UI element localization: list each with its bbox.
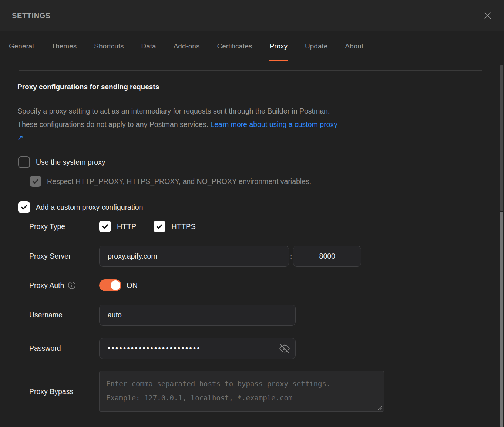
tab-proxy[interactable]: Proxy [269,31,288,61]
section-description: Specify a proxy setting to act as an int… [17,104,343,144]
respect-env-row: Respect HTTP_PROXY, HTTPS_PROXY, and NO_… [30,176,504,187]
use-system-proxy-label: Use the system proxy [36,158,105,167]
password-input[interactable] [99,338,296,359]
proxy-type-row: Proxy Type HTTP HTTPS [29,221,504,232]
tab-themes[interactable]: Themes [51,31,77,61]
checkmark-icon [101,222,109,231]
close-icon [483,11,493,20]
tab-general[interactable]: General [9,31,34,61]
https-label: HTTPS [171,222,196,231]
dialog-title: SETTINGS [12,11,51,20]
username-row: Username [29,305,504,326]
proxy-auth-label: Proxy Auth [29,281,64,290]
respect-env-label: Respect HTTP_PROXY, HTTPS_PROXY, and NO_… [47,177,311,186]
username-input[interactable] [99,305,296,326]
proxy-auth-row: Proxy Auth ON [29,279,504,291]
respect-env-checkbox [30,176,41,187]
checkmark-icon [155,222,164,231]
custom-proxy-checkbox[interactable] [18,201,30,213]
toggle-password-visibility-button[interactable] [279,343,290,354]
section-title: Proxy configurations for sending request… [17,83,504,91]
info-icon[interactable] [68,281,76,289]
proxy-auth-state: ON [127,281,138,290]
scrollbar-thumb-lower[interactable] [500,212,503,427]
proxy-type-http-group: HTTP [99,221,136,232]
external-link-arrow-icon: ↗ [17,134,23,142]
proxy-server-row: Proxy Server : [29,246,504,267]
username-label: Username [29,311,99,319]
use-system-proxy-row: Use the system proxy [18,156,504,168]
tab-data[interactable]: Data [141,31,156,61]
http-label: HTTP [117,222,136,231]
tab-about[interactable]: About [345,31,363,61]
password-row: Password [29,338,504,359]
custom-proxy-label: Add a custom proxy configuration [36,203,143,212]
proxy-bypass-label: Proxy Bypass [29,387,99,396]
tab-certificates[interactable]: Certificates [217,31,252,61]
proxy-auth-toggle[interactable] [99,279,121,291]
http-checkbox[interactable] [99,221,111,232]
proxy-port-input[interactable] [293,246,361,267]
toggle-knob [111,280,120,290]
proxy-type-https-group: HTTPS [154,221,196,232]
proxy-bypass-field-wrap [99,371,384,412]
tab-update[interactable]: Update [305,31,327,61]
eye-off-icon [279,343,290,354]
host-port-separator: : [290,252,292,260]
close-button[interactable] [482,10,494,21]
content-divider [19,70,482,71]
proxy-server-label: Proxy Server [29,252,99,260]
proxy-bypass-textarea[interactable] [99,371,384,412]
proxy-host-input[interactable] [99,246,289,267]
proxy-auth-label-group: Proxy Auth [29,281,99,290]
custom-proxy-row: Add a custom proxy configuration [18,201,504,213]
proxy-bypass-row: Proxy Bypass [29,371,504,412]
tab-shortcuts[interactable]: Shortcuts [94,31,124,61]
proxy-type-label: Proxy Type [29,222,99,231]
https-checkbox[interactable] [154,221,165,232]
resize-handle-icon[interactable] [377,405,382,410]
scrollbar-thumb-upper[interactable] [500,65,503,211]
dialog-header: SETTINGS [0,0,504,31]
password-label: Password [29,344,99,353]
checkmark-icon [20,203,28,211]
checkmark-icon [31,177,40,185]
learn-more-link-text: Learn more about using a custom proxy [210,120,337,128]
settings-tabbar: General Themes Shortcuts Data Add-ons Ce… [0,31,504,61]
tab-add-ons[interactable]: Add-ons [174,31,200,61]
password-field-wrap [99,338,296,359]
use-system-proxy-checkbox[interactable] [18,156,30,168]
